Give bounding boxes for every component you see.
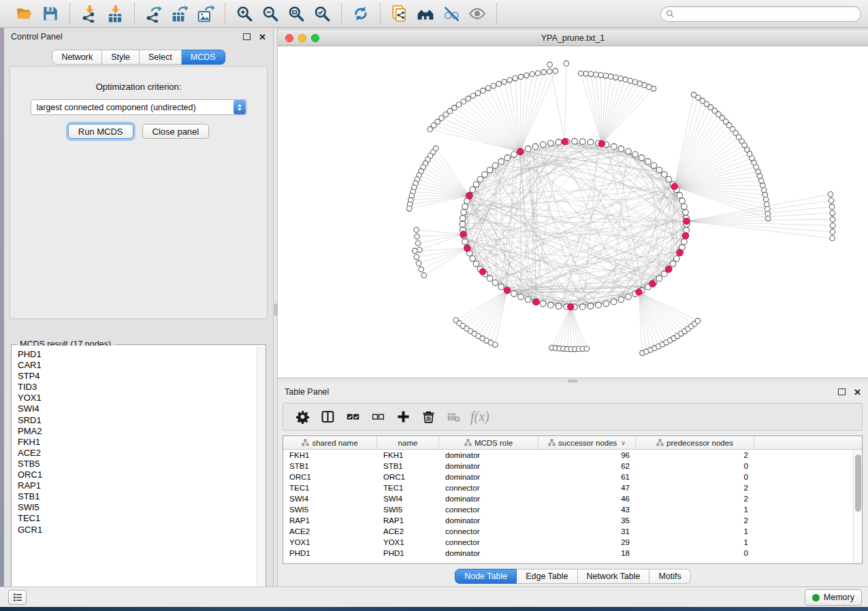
mcds-node[interactable] — [562, 139, 568, 145]
mcds-node-item[interactable]: GCR1 — [18, 525, 265, 535]
ring-node[interactable] — [461, 210, 467, 216]
ring-node[interactable] — [470, 256, 476, 262]
share-document-button[interactable] — [387, 3, 413, 24]
ring-node[interactable] — [482, 171, 488, 178]
table-row[interactable]: STB1STB1dominator620 — [283, 461, 853, 472]
ring-node[interactable] — [487, 167, 493, 173]
mcds-node[interactable] — [504, 287, 510, 293]
ring-node[interactable] — [460, 221, 466, 227]
mcds-node-item[interactable]: STB5 — [18, 459, 265, 469]
mcds-node-item[interactable]: STP4 — [18, 371, 265, 382]
leaf-node[interactable] — [830, 210, 835, 216]
ring-node[interactable] — [681, 239, 688, 245]
run-mcds-button[interactable]: Run MCDS — [68, 124, 133, 139]
open-file-button[interactable] — [12, 3, 37, 24]
zoom-out-button[interactable] — [257, 3, 283, 24]
leaf-node[interactable] — [406, 206, 412, 212]
ring-node[interactable] — [632, 152, 639, 158]
leaf-node[interactable] — [416, 261, 421, 266]
ring-node[interactable] — [677, 193, 683, 199]
mcds-node[interactable] — [598, 141, 605, 147]
mcds-node[interactable] — [649, 280, 656, 286]
mcds-node-item[interactable]: PMA2 — [18, 426, 265, 437]
ring-node[interactable] — [492, 163, 498, 169]
mcds-node[interactable] — [671, 183, 677, 189]
ring-node[interactable] — [684, 227, 690, 233]
leaf-node[interactable] — [524, 73, 530, 78]
mcds-node-item[interactable]: YOX1 — [18, 393, 265, 403]
ring-node[interactable] — [679, 198, 686, 204]
tab-network[interactable]: Network — [52, 50, 102, 65]
tab-node-table[interactable]: Node Table — [455, 569, 517, 584]
leaf-node[interactable] — [828, 192, 833, 197]
table-row[interactable]: YOX1YOX1connector291 — [283, 537, 853, 548]
leaf-node[interactable] — [466, 96, 471, 101]
leaf-node[interactable] — [415, 234, 420, 240]
ring-node[interactable] — [683, 210, 689, 216]
tab-motifs[interactable]: Motifs — [649, 569, 690, 584]
leaf-node[interactable] — [470, 93, 476, 99]
leaf-node[interactable] — [535, 71, 541, 76]
ring-node[interactable] — [618, 297, 624, 303]
column-header-successor-nodes[interactable]: successor nodes∨ — [539, 436, 636, 449]
vertical-splitter[interactable] — [273, 28, 278, 587]
column-header-name[interactable]: name — [377, 436, 439, 449]
leaf-node[interactable] — [547, 69, 552, 74]
find-binoculars-button[interactable] — [413, 3, 438, 24]
ring-node[interactable] — [525, 146, 531, 152]
leaf-node[interactable] — [547, 62, 553, 67]
ring-node[interactable] — [588, 139, 594, 146]
ring-node[interactable] — [473, 261, 479, 267]
ring-node[interactable] — [540, 142, 546, 148]
add-column-button[interactable] — [392, 406, 414, 428]
tab-select[interactable]: Select — [140, 50, 182, 65]
leaf-node[interactable] — [628, 78, 633, 84]
leaf-node[interactable] — [765, 206, 770, 212]
hide-selected-button[interactable] — [438, 3, 464, 24]
ring-node[interactable] — [498, 159, 504, 165]
ring-node[interactable] — [532, 144, 539, 150]
leaf-node[interactable] — [428, 127, 433, 132]
mcds-node-item[interactable]: CAR1 — [18, 360, 265, 371]
table-scrollbar[interactable] — [853, 450, 862, 563]
table-row[interactable]: PHD1PHD1dominator180 — [283, 548, 853, 559]
leaf-node[interactable] — [594, 72, 599, 78]
ring-node[interactable] — [681, 203, 688, 210]
leaf-node[interactable] — [414, 227, 419, 233]
ring-node[interactable] — [579, 304, 585, 310]
ring-node[interactable] — [556, 139, 562, 146]
mcds-node[interactable] — [677, 249, 683, 255]
mcds-node[interactable] — [464, 245, 470, 251]
leaf-node[interactable] — [481, 88, 486, 93]
mcds-node[interactable] — [479, 269, 485, 275]
leaf-node[interactable] — [456, 102, 462, 108]
tab-network-table[interactable]: Network Table — [578, 569, 650, 584]
leaf-node[interactable] — [613, 75, 619, 80]
leaf-node[interactable] — [412, 248, 417, 254]
ring-node[interactable] — [656, 276, 662, 282]
ring-node[interactable] — [656, 167, 662, 173]
ring-node[interactable] — [511, 291, 517, 297]
ring-node[interactable] — [651, 163, 657, 169]
search-input[interactable] — [675, 8, 861, 20]
ring-node[interactable] — [626, 294, 632, 300]
mcds-node[interactable] — [636, 288, 642, 295]
leaf-node[interactable] — [518, 74, 524, 80]
ring-node[interactable] — [540, 301, 546, 307]
leaf-node[interactable] — [493, 342, 498, 348]
leaf-node[interactable] — [829, 204, 835, 210]
ring-node[interactable] — [477, 176, 483, 182]
refresh-button[interactable] — [348, 3, 374, 24]
import-table-button[interactable] — [102, 3, 128, 24]
export-table-button[interactable] — [167, 3, 193, 24]
tab-style[interactable]: Style — [102, 50, 140, 65]
mcds-node-item[interactable]: TID3 — [18, 382, 265, 393]
mcds-node-item[interactable]: RAP1 — [18, 480, 265, 491]
sort-chevron-icon[interactable]: ∨ — [621, 440, 626, 446]
ring-node[interactable] — [611, 299, 617, 305]
leaf-node[interactable] — [765, 201, 770, 207]
mcds-node-item[interactable]: PHD1 — [18, 349, 265, 360]
leaf-node[interactable] — [507, 78, 513, 83]
mcds-node-item[interactable]: SWI4 — [18, 403, 265, 414]
leaf-node[interactable] — [762, 192, 768, 197]
